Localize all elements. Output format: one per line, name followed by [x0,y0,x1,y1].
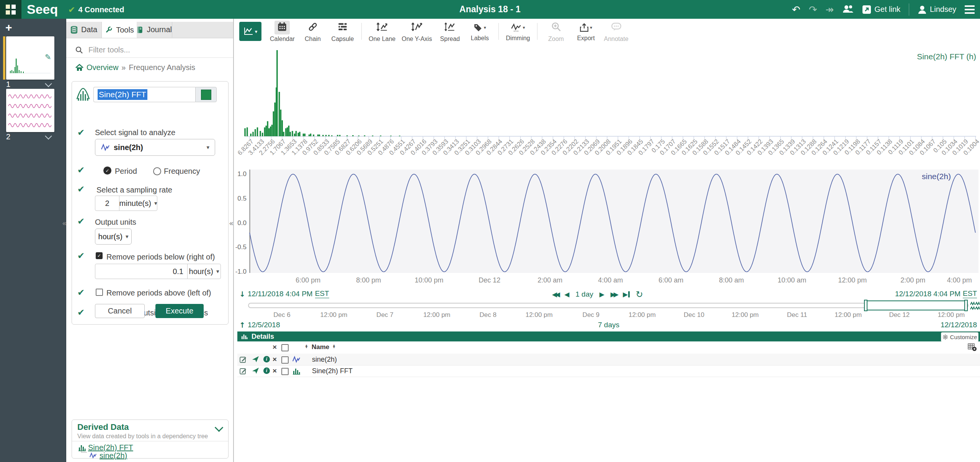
add-column-icon[interactable] [968,343,977,351]
send-icon[interactable] [252,356,259,364]
hamburger-menu-icon[interactable] [965,5,975,14]
remove-icon[interactable]: × [273,367,277,374]
period-label: Period [115,167,137,176]
get-link-button[interactable]: Get link [862,5,900,14]
remove-below-unit-select[interactable]: hour(s)▾ [187,264,221,279]
row-checkbox[interactable] [281,356,289,364]
chevron-down-icon[interactable] [45,80,52,87]
toolbar-one-lane-button[interactable]: One Lane [366,21,399,42]
toolbar-dimming-button[interactable]: ▾ Dimming [503,21,533,42]
toolbar-chain-button[interactable]: Chain [298,21,328,42]
range-start[interactable]: ↓ 12/11/2018 4:04 PM EST [239,289,329,298]
info-icon[interactable]: i [263,367,270,374]
sampling-unit-select[interactable]: minute(s)▾ [119,196,157,211]
chevron-down-icon[interactable] [215,423,224,432]
customize-button[interactable]: Customize [941,332,978,342]
sampling-value-input[interactable]: 2 [95,196,119,211]
step-back-icon[interactable]: ◀ [564,291,569,298]
fft-bar-chart[interactable] [237,45,980,141]
tab-journal[interactable]: Journal [137,22,172,38]
home-icon[interactable] [75,64,83,71]
remove-below-value-input[interactable]: 0.1 [95,264,188,279]
undo-icon[interactable]: ↶ [792,5,800,15]
cancel-button[interactable]: Cancel [95,304,145,318]
sine-trend-chart[interactable] [237,168,980,276]
auto-update-icon[interactable]: ↻ [636,289,643,299]
sort-icon[interactable]: ▲▼ [305,344,308,348]
toolbar-spread-button[interactable]: Spread [435,21,465,42]
info-icon[interactable]: i [263,356,270,362]
toolbar-annotate-button[interactable]: Annotate [601,21,632,42]
tool-name-input[interactable]: Sine(2h) FFT [93,87,195,102]
divider [72,441,228,441]
investigate-duration[interactable]: 7 days [237,321,980,329]
step-to-end-icon[interactable]: ▶ [623,291,630,298]
select-all-checkbox[interactable] [281,344,289,351]
bar-chart-icon [292,367,300,375]
worksheet-thumbnail-1[interactable]: ✎ [6,36,54,80]
sine-series-label[interactable]: sine(2h) [922,172,951,181]
remove-above-checkbox[interactable] [96,289,103,296]
remove-icon[interactable]: × [273,356,277,363]
derived-item-sine[interactable]: sine(2h) [100,451,127,460]
sine-x-tick-label: 10:00 pm [406,276,452,284]
collapse-left-handle[interactable]: « [62,219,67,228]
signal-icon [101,143,110,152]
add-worksheet-button[interactable]: + [5,22,12,33]
chevron-down-icon: ▾ [154,200,157,207]
selection-left-handle[interactable] [864,300,867,311]
range-end[interactable]: 12/12/2018 4:04 PM EST [895,289,977,298]
toolbar-export-button[interactable]: ▾ Export [571,21,601,42]
toolbar-capsule-button[interactable]: Capsule [328,21,358,42]
signal-select[interactable]: sine(2h) ▾ [95,139,215,156]
toolbar-zoom-button[interactable]: Zoom [541,21,571,42]
step-back-half-icon[interactable]: ◀◀ [552,291,558,298]
edit-icon[interactable] [240,356,247,363]
details-row-sine[interactable]: i × sine(2h) [237,354,980,366]
tab-data[interactable]: Data [66,22,102,38]
user-menu[interactable]: Lindsey [918,5,956,14]
range-duration[interactable]: 1 day [575,290,593,299]
output-unit-select[interactable]: hour(s)▾ [95,229,132,245]
details-row-fft[interactable]: i × Sine(2h) FFT [237,365,980,377]
color-picker-button[interactable] [195,87,217,102]
step-forward-half-icon[interactable]: ▶▶ [611,291,617,298]
period-radio[interactable]: ✓ [103,167,111,175]
book-icon [137,26,143,34]
tab-tools[interactable]: Tools [101,22,137,38]
chevron-down-icon[interactable] [45,132,52,139]
investigate-tick-label: 12:00 pm [722,311,768,319]
edit-icon[interactable] [240,367,247,375]
investigate-end[interactable]: 12/12/2018 [941,321,977,329]
zoom-icon [551,22,561,32]
tree-elbow [81,447,87,452]
worksheet-thumbnail-2[interactable] [6,89,54,132]
investigate-range-track[interactable] [248,303,969,308]
details-table-header: × ▲▼ Name ▲▼ [237,341,980,354]
remove-all-icon[interactable]: × [273,343,277,351]
users-icon[interactable] [842,4,854,15]
redo-all-icon[interactable]: ↠ [825,5,834,15]
breadcrumb-overview[interactable]: Overview [87,63,118,72]
wave-zoom-icon[interactable] [970,302,980,312]
step-forward-icon[interactable]: ▶ [599,291,604,298]
remove-below-checkbox[interactable]: ✓ [96,252,103,259]
row-checkbox[interactable] [281,368,289,375]
toolbar-calendar-button[interactable]: Calendar [267,21,298,42]
details-bar-chart-icon [241,333,248,340]
execute-button[interactable]: Execute [155,304,204,318]
send-icon[interactable] [252,367,259,376]
name-column-header[interactable]: Name [312,343,329,351]
investigate-selection[interactable] [866,300,966,310]
toolbar-one-y-axis-button[interactable]: One Y-Axis [399,21,435,42]
toolbar-labels-button[interactable]: ▾ Labels [465,21,495,42]
selection-right-handle[interactable] [964,300,968,311]
frequency-radio[interactable] [153,167,161,175]
edit-pencil-icon[interactable]: ✎ [45,52,51,62]
redo-icon[interactable]: ↷ [809,5,817,15]
view-mode-button[interactable]: ▾ [239,22,261,41]
seeq-app: Seeq ✔ 4 Connected Analysis 18 - 1 ↶ ↷ ↠… [0,0,980,462]
derived-item-fft[interactable]: Sine(2h) FFT [88,443,133,452]
sort-icon[interactable]: ▲▼ [332,344,336,348]
filter-tools-input[interactable] [88,45,216,55]
